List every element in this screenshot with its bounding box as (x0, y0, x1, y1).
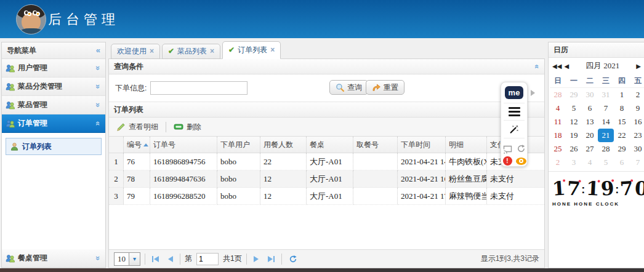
calendar-day[interactable]: 5 (598, 156, 614, 169)
calendar-day[interactable]: 28 (550, 88, 566, 102)
calendar-day[interactable]: 4 (550, 102, 566, 115)
tab-order-list[interactable]: ✔ 订单列表 × (222, 41, 281, 59)
calendar-day[interactable]: 27 (582, 142, 598, 156)
close-icon[interactable]: × (150, 44, 154, 58)
alert-badge-icon[interactable]: ! (503, 156, 512, 166)
calendar-day[interactable]: 9 (630, 102, 644, 115)
table-cell: 3 (109, 188, 124, 205)
calendar-day[interactable]: 3 (566, 156, 582, 169)
calendar-day[interactable]: 30 (582, 88, 598, 102)
calendar-day[interactable]: 6 (582, 102, 598, 115)
collapse-panel-icon[interactable]: « (530, 65, 545, 69)
delete-button[interactable]: 删除 (171, 120, 204, 134)
page-number-input[interactable] (196, 253, 219, 265)
chevron-up-icon: « (89, 121, 107, 126)
calendar-day[interactable]: 8 (614, 102, 630, 115)
calendar-day[interactable]: 30 (630, 142, 644, 156)
table-cell: 未支付 (487, 188, 544, 205)
sidebar-item-dish-management[interactable]: 菜品管理 » (2, 96, 105, 114)
calendar-day[interactable]: 12 (566, 115, 582, 129)
sidebar-item-user-management[interactable]: 用户管理 » (2, 59, 105, 78)
close-icon[interactable]: × (270, 42, 275, 58)
last-page-button[interactable] (265, 256, 277, 262)
calendar-day[interactable]: 15 (614, 115, 630, 129)
table-cell: 牛肉铁板(X1 (446, 153, 487, 170)
calendar-day[interactable]: 23 (630, 129, 644, 142)
grid-header-cell[interactable]: 取餐号 (353, 137, 398, 153)
sidebar-item-dish-category-management[interactable]: 菜品分类管理 » (2, 78, 105, 96)
main-region: 欢迎使用 × ✔ 菜品列表 × ✔ 订单列表 × 查询条件 « 下单信息: 查询 (108, 42, 545, 268)
overlay-expand-arrow-icon[interactable] (531, 90, 535, 96)
sidebar-collapse-icon[interactable]: « (96, 42, 100, 58)
grid-header-cell[interactable]: 编号 (124, 137, 150, 153)
menu-icon[interactable] (509, 107, 520, 116)
table-row[interactable]: 1761618986894756bobo22大厅-A012021-04-21 1… (109, 153, 544, 170)
tab-welcome[interactable]: 欢迎使用 × (111, 44, 160, 59)
view-detail-button[interactable]: 查看明细 (114, 120, 161, 134)
calendar-day[interactable]: 16 (630, 115, 644, 129)
toolbar-separator (166, 122, 166, 132)
calendar-day[interactable]: 25 (550, 142, 566, 156)
next-month-icon[interactable]: ▶ (636, 63, 641, 70)
grid-header-cell[interactable]: 订单号 (150, 137, 217, 153)
calendar-day[interactable]: 20 (582, 129, 598, 142)
grid-header-cell[interactable]: 餐桌 (307, 137, 353, 153)
table-cell: 1618996288520 (150, 188, 217, 205)
calendar-day[interactable]: 22 (614, 129, 630, 142)
search-button[interactable]: 查询 (329, 80, 368, 95)
calendar-day[interactable]: 7 (598, 102, 614, 115)
sidebar-subitem-order-list[interactable]: 订单列表 (6, 138, 102, 155)
calendar-day[interactable]: 13 (582, 115, 598, 129)
cast-icon[interactable] (502, 144, 513, 154)
calendar-day[interactable]: 7 (630, 156, 644, 169)
calendar-month-title[interactable]: 四月 2021 (571, 60, 634, 71)
table-cell: 1618986894756 (150, 153, 217, 170)
calendar-day[interactable]: 19 (566, 129, 582, 142)
grid-header-cell[interactable]: 下单时间 (398, 137, 446, 153)
next-page-button[interactable] (251, 256, 261, 262)
order-info-input[interactable] (150, 81, 248, 95)
grid-header-cell[interactable]: 用餐人数 (260, 137, 307, 153)
calendar-day[interactable]: 29 (614, 142, 630, 156)
table-cell: 1 (109, 153, 124, 170)
me-extension-logo[interactable]: me (505, 86, 523, 99)
calendar-day-selected[interactable]: 21 (598, 129, 614, 142)
first-page-button[interactable] (150, 256, 161, 262)
calendar-day[interactable]: 11 (550, 115, 566, 129)
grid-toolbar: 查看明细 删除 (109, 118, 544, 137)
bottom-strip (0, 268, 644, 272)
sidebar-item-order-management[interactable]: 订单管理 « (2, 114, 105, 133)
calendar-day[interactable]: 31 (598, 88, 614, 102)
table-row[interactable]: 2781618994847636bobo12大厅-A012021-04-21 1… (109, 170, 544, 188)
pencil-icon (116, 122, 126, 132)
page-size-select[interactable]: 10 ▾ (114, 252, 140, 266)
calendar-day[interactable]: 26 (566, 142, 582, 156)
calendar-day[interactable]: 29 (566, 88, 582, 102)
table-cell: bobo (217, 188, 260, 205)
grid-header-cell[interactable]: 明细 (446, 137, 487, 153)
calendar-day[interactable]: 1 (614, 88, 630, 102)
magic-wand-icon[interactable] (507, 124, 521, 134)
calendar-day[interactable]: 6 (614, 156, 630, 169)
refresh-button[interactable] (286, 255, 300, 263)
calendar-weekday-row: 日一二三四五 (550, 74, 644, 88)
sidebar-item-table-management[interactable]: 餐桌管理 » (2, 249, 105, 268)
prev-page-button[interactable] (166, 256, 175, 262)
prev-year-icon[interactable]: ◀◀ (552, 63, 561, 70)
calendar-day[interactable]: 4 (582, 156, 598, 169)
calendar-day[interactable]: 2 (630, 88, 644, 102)
reset-button[interactable]: 重置 (366, 80, 405, 95)
grid-header-cell[interactable]: 下单用户 (217, 137, 260, 153)
calendar-day[interactable]: 5 (566, 102, 582, 115)
calendar-day[interactable]: 14 (598, 115, 614, 129)
reload-icon[interactable] (517, 144, 526, 153)
calendar-day[interactable]: 2 (550, 156, 566, 169)
calendar-day[interactable]: 28 (598, 142, 614, 156)
calendar-day[interactable]: 18 (550, 129, 566, 142)
prev-month-icon[interactable]: ◀ (564, 63, 569, 70)
eye-icon[interactable] (516, 158, 526, 165)
table-row[interactable]: 3791618996288520bobo12大厅-A012021-04-21 1… (109, 188, 544, 205)
tab-dish-list[interactable]: ✔ 菜品列表 × (162, 44, 220, 59)
user-avatar[interactable] (16, 4, 46, 34)
close-icon[interactable]: × (210, 44, 214, 58)
